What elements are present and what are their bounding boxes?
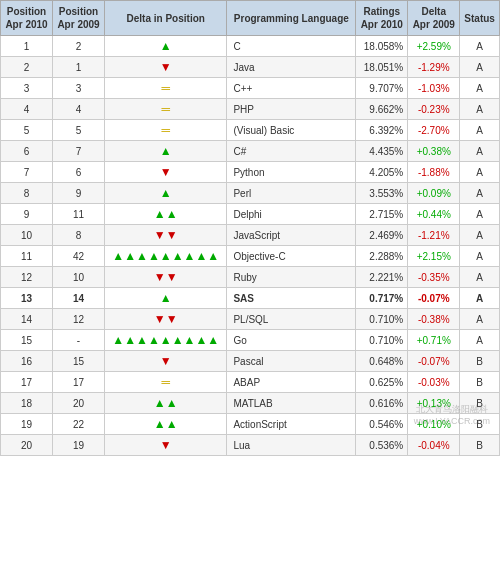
cell-pos2010: 4	[1, 99, 53, 120]
cell-language: Perl	[227, 183, 356, 204]
cell-language: ABAP	[227, 372, 356, 393]
cell-pos2009: 2	[53, 36, 105, 57]
table-row: 13 14 ▲ SAS 0.717% -0.07% A	[1, 288, 500, 309]
cell-rating: 3.553%	[356, 183, 408, 204]
cell-status: A	[460, 330, 500, 351]
cell-rating: 2.715%	[356, 204, 408, 225]
cell-delta-arrow: ═	[105, 99, 227, 120]
arrow-down-icon: ▼	[160, 354, 172, 368]
header-lang: Programming Language	[227, 1, 356, 36]
cell-language: SAS	[227, 288, 356, 309]
cell-delta-rating: -0.07%	[408, 288, 460, 309]
cell-delta-rating: +0.71%	[408, 330, 460, 351]
arrow-up2-icon: ▲▲	[154, 417, 178, 431]
arrow-up-icon: ▲	[160, 39, 172, 53]
arrow-up-icon: ▲	[160, 144, 172, 158]
cell-status: B	[460, 372, 500, 393]
cell-status: A	[460, 57, 500, 78]
cell-pos2009: 3	[53, 78, 105, 99]
cell-rating: 4.205%	[356, 162, 408, 183]
cell-pos2009: 11	[53, 204, 105, 225]
cell-language: Lua	[227, 435, 356, 456]
cell-rating: 0.648%	[356, 351, 408, 372]
cell-pos2009: 10	[53, 267, 105, 288]
table-row: 20 19 ▼ Lua 0.536% -0.04% B	[1, 435, 500, 456]
cell-delta-rating: -2.70%	[408, 120, 460, 141]
table-row: 6 7 ▲ C# 4.435% +0.38% A	[1, 141, 500, 162]
arrow-up2-icon: ▲▲	[154, 396, 178, 410]
cell-delta-arrow: ▲▲	[105, 393, 227, 414]
cell-delta-arrow: ▼	[105, 351, 227, 372]
cell-delta-arrow: ▼	[105, 162, 227, 183]
table-row: 4 4 ═ PHP 9.662% -0.23% A	[1, 99, 500, 120]
cell-rating: 2.288%	[356, 246, 408, 267]
arrow-up9-icon: ▲▲▲▲▲▲▲▲▲	[112, 333, 219, 347]
cell-delta-arrow: ▲▲▲▲▲▲▲▲▲	[105, 246, 227, 267]
table-row: 5 5 ═ (Visual) Basic 6.392% -2.70% A	[1, 120, 500, 141]
arrow-down2-icon: ▼▼	[154, 270, 178, 284]
table-row: 8 9 ▲ Perl 3.553% +0.09% A	[1, 183, 500, 204]
arrow-down2-icon: ▼▼	[154, 312, 178, 326]
cell-delta-arrow: ▼	[105, 57, 227, 78]
table-row: 3 3 ═ C++ 9.707% -1.03% A	[1, 78, 500, 99]
arrow-eq-icon: ═	[161, 102, 170, 116]
cell-pos2010: 9	[1, 204, 53, 225]
cell-language: MATLAB	[227, 393, 356, 414]
cell-pos2010: 7	[1, 162, 53, 183]
cell-pos2010: 2	[1, 57, 53, 78]
cell-delta-rating: +2.15%	[408, 246, 460, 267]
cell-delta-arrow: ▲	[105, 288, 227, 309]
header-status: Status	[460, 1, 500, 36]
cell-delta-rating: -1.03%	[408, 78, 460, 99]
cell-status: A	[460, 267, 500, 288]
cell-language: Delphi	[227, 204, 356, 225]
cell-rating: 18.058%	[356, 36, 408, 57]
cell-language: Python	[227, 162, 356, 183]
cell-pos2009: 12	[53, 309, 105, 330]
cell-language: C#	[227, 141, 356, 162]
table-row: 11 42 ▲▲▲▲▲▲▲▲▲ Objective-C 2.288% +2.15…	[1, 246, 500, 267]
cell-pos2010: 12	[1, 267, 53, 288]
arrow-eq-icon: ═	[161, 123, 170, 137]
cell-status: A	[460, 141, 500, 162]
cell-pos2010: 5	[1, 120, 53, 141]
cell-delta-rating: -0.38%	[408, 309, 460, 330]
cell-language: Go	[227, 330, 356, 351]
cell-language: Java	[227, 57, 356, 78]
cell-pos2009: 9	[53, 183, 105, 204]
cell-delta-rating: -1.21%	[408, 225, 460, 246]
cell-language: ActionScript	[227, 414, 356, 435]
cell-delta-rating: +0.38%	[408, 141, 460, 162]
cell-rating: 0.536%	[356, 435, 408, 456]
table-row: 16 15 ▼ Pascal 0.648% -0.07% B	[1, 351, 500, 372]
cell-status: A	[460, 36, 500, 57]
table-row: 7 6 ▼ Python 4.205% -1.88% A	[1, 162, 500, 183]
cell-rating: 2.221%	[356, 267, 408, 288]
cell-pos2009: 4	[53, 99, 105, 120]
cell-status: A	[460, 288, 500, 309]
page-container: PositionApr 2010 PositionApr 2009 Delta …	[0, 0, 500, 456]
cell-pos2009: 1	[53, 57, 105, 78]
watermark: 北大青鸟洛阳融科 www.LYACCR.com	[414, 403, 490, 426]
header-delta-rating: DeltaApr 2009	[408, 1, 460, 36]
arrow-eq-icon: ═	[161, 81, 170, 95]
cell-delta-rating: -0.07%	[408, 351, 460, 372]
table-row: 15 - ▲▲▲▲▲▲▲▲▲ Go 0.710% +0.71% A	[1, 330, 500, 351]
cell-status: A	[460, 120, 500, 141]
cell-status: A	[460, 204, 500, 225]
cell-pos2009: 42	[53, 246, 105, 267]
cell-rating: 0.616%	[356, 393, 408, 414]
cell-pos2009: 6	[53, 162, 105, 183]
cell-language: C	[227, 36, 356, 57]
cell-delta-arrow: ▲▲	[105, 414, 227, 435]
cell-rating: 0.717%	[356, 288, 408, 309]
cell-pos2010: 18	[1, 393, 53, 414]
cell-pos2009: 14	[53, 288, 105, 309]
cell-rating: 9.707%	[356, 78, 408, 99]
cell-pos2009: 17	[53, 372, 105, 393]
cell-pos2010: 11	[1, 246, 53, 267]
cell-rating: 18.051%	[356, 57, 408, 78]
cell-pos2009: 5	[53, 120, 105, 141]
table-row: 10 8 ▼▼ JavaScript 2.469% -1.21% A	[1, 225, 500, 246]
cell-pos2009: 8	[53, 225, 105, 246]
